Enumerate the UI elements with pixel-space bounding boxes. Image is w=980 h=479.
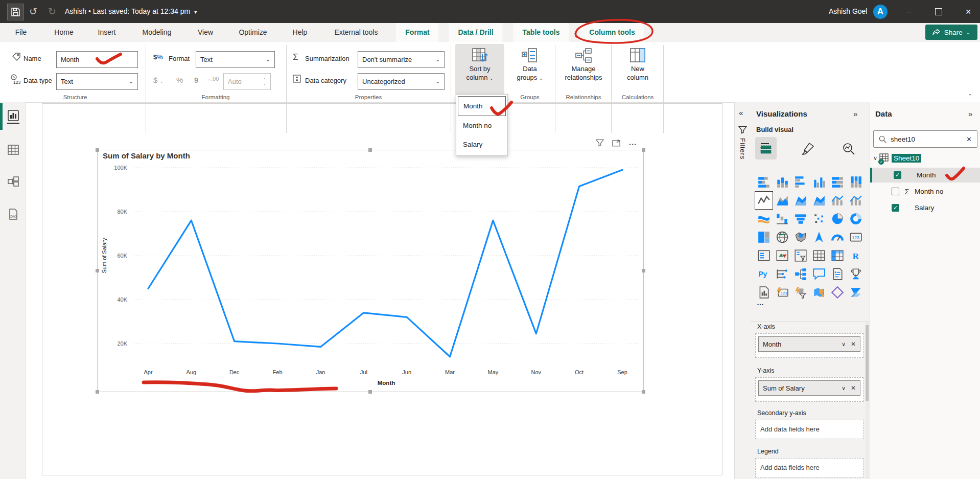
- visual-type-decomposition-tree-icon[interactable]: [791, 265, 810, 283]
- summarization-select[interactable]: Don't summarize ⌄: [358, 51, 445, 68]
- resize-handle[interactable]: [642, 269, 645, 272]
- resize-handle[interactable]: [368, 390, 372, 394]
- name-input[interactable]: Month: [56, 51, 138, 68]
- visual-type-treemap-icon[interactable]: [755, 228, 773, 246]
- avatar[interactable]: A: [873, 5, 888, 19]
- thousands-separator-button[interactable]: 9: [194, 76, 198, 84]
- visual-type-waterfall-chart-icon[interactable]: [773, 210, 791, 228]
- collapse-data-panel-icon[interactable]: »: [968, 109, 972, 118]
- remove-field-icon[interactable]: ✕: [851, 340, 856, 348]
- sidebar-item-dax-query-view[interactable]: DAX: [7, 208, 19, 220]
- resize-handle[interactable]: [642, 148, 645, 152]
- visual-type-matrix-icon[interactable]: [828, 246, 847, 265]
- visual-type-funnel-chart-icon[interactable]: [791, 210, 810, 228]
- visual-type-power-apps-visual-icon[interactable]: [828, 283, 847, 302]
- filters-pane-label[interactable]: Filters: [739, 138, 746, 159]
- maximize-button[interactable]: [927, 0, 950, 23]
- percent-button[interactable]: %: [176, 76, 183, 84]
- chevron-down-icon[interactable]: ∨: [842, 385, 846, 392]
- visual-type-slicer-icon[interactable]: [791, 246, 810, 265]
- sort-dropdown-item-month-no[interactable]: Month no: [456, 116, 507, 135]
- well-x-axis[interactable]: Month∨✕: [755, 333, 864, 358]
- well-y-axis[interactable]: Sum of Salary∨✕: [755, 377, 864, 402]
- data-field-month-no[interactable]: ΣMonth no: [870, 184, 980, 199]
- sidebar-item-table-view[interactable]: [7, 144, 19, 156]
- menu-tab-external-tools[interactable]: External tools: [335, 23, 378, 42]
- visual-type-kpi-icon[interactable]: [773, 246, 791, 265]
- save-button[interactable]: [7, 4, 24, 20]
- tree-chevron-icon[interactable]: ∨: [873, 155, 877, 162]
- visual-type-ribbon-chart-icon[interactable]: [755, 210, 773, 228]
- visual-type-qa-visual-icon[interactable]: [810, 265, 828, 283]
- more-visuals-icon[interactable]: …: [757, 299, 765, 307]
- visual-type-100-stacked-column-chart-icon[interactable]: [847, 173, 865, 191]
- well-secondary-y-axis[interactable]: Add data fields here: [755, 420, 864, 439]
- visual-type-card-icon[interactable]: 123: [847, 228, 865, 246]
- visual-type-stacked-column-chart-icon[interactable]: [773, 173, 791, 191]
- field-pill-sum-of-salary[interactable]: Sum of Salary∨✕: [758, 380, 860, 396]
- visual-type-area-chart-icon[interactable]: [773, 191, 791, 210]
- visual-type-multi-row-card-icon[interactable]: [755, 246, 773, 265]
- visual-type-r-script-visual-icon[interactable]: R: [847, 246, 865, 265]
- decimal-places-button[interactable]: →.00: [205, 76, 219, 82]
- document-save-status[interactable]: Ashish • Last saved: Today at 12:34 pm▾: [65, 0, 197, 23]
- resize-handle[interactable]: [96, 269, 99, 272]
- field-checkbox-salary[interactable]: ✓: [892, 204, 899, 212]
- sort-by-column-button[interactable]: Sort by column ⌄: [455, 44, 504, 95]
- remove-field-icon[interactable]: ✕: [851, 384, 856, 392]
- menu-tab-file[interactable]: File: [15, 23, 27, 42]
- data-search-input[interactable]: sheet10 ✕: [873, 130, 977, 148]
- table-tree-item-sheet10[interactable]: ∨ ✓ Sheet10: [873, 153, 921, 163]
- visual-type-metrics-icon[interactable]: [847, 265, 865, 283]
- spinner-steppers[interactable]: ⌃⌄: [263, 78, 266, 85]
- visual-type-stacked-bar-chart-icon[interactable]: [755, 173, 773, 191]
- menu-tab-column-tools[interactable]: Column tools: [580, 23, 644, 42]
- sidebar-item-model-view[interactable]: [7, 175, 19, 188]
- visual-type-gauge-icon[interactable]: [828, 228, 847, 246]
- share-button[interactable]: Share ⌄: [925, 25, 977, 40]
- chevron-down-icon[interactable]: ∨: [842, 341, 846, 348]
- well-legend[interactable]: Add data fields here: [755, 458, 864, 477]
- visual-type-azure-map-icon[interactable]: [810, 228, 828, 246]
- datatype-select[interactable]: Text ⌄: [56, 73, 138, 90]
- visual-type-line-chart-icon[interactable]: [755, 191, 773, 210]
- visual-type-line-and-stacked-column-chart-icon[interactable]: [828, 191, 847, 210]
- data-category-select[interactable]: Uncategorized ⌄: [358, 73, 445, 90]
- visual-type-pie-chart-icon[interactable]: [828, 210, 847, 228]
- resize-handle[interactable]: [368, 148, 372, 152]
- visual-type-arcgis-map-icon[interactable]: [810, 283, 828, 302]
- clear-search-icon[interactable]: ✕: [966, 135, 972, 143]
- visual-type-line-and-clustered-column-chart-icon[interactable]: [847, 191, 865, 210]
- menu-tab-table-tools[interactable]: Table tools: [514, 23, 569, 42]
- visual-type-filled-map-icon[interactable]: [791, 228, 810, 246]
- undo-icon[interactable]: ↺: [29, 0, 37, 23]
- visual-type-100-stacked-area-chart-icon[interactable]: [810, 191, 828, 210]
- data-field-salary[interactable]: ✓Salary: [870, 200, 980, 215]
- field-checkbox-month[interactable]: ✓: [894, 171, 901, 179]
- resize-handle[interactable]: [96, 390, 99, 394]
- currency-button[interactable]: $ ⌄: [153, 76, 164, 84]
- field-pill-month[interactable]: Month∨✕: [758, 336, 860, 352]
- visual-type-stacked-area-chart-icon[interactable]: [791, 191, 810, 210]
- visual-type-donut-chart-icon[interactable]: [847, 210, 865, 228]
- visual-type-quick-create-slicer-icon[interactable]: [791, 283, 810, 302]
- visual-type-power-automate-visual-icon[interactable]: [847, 283, 865, 302]
- line-chart-visual[interactable]: … Sum of Salary by Month 20K40K60K80K100…: [97, 150, 644, 392]
- scrollbar-thumb[interactable]: [866, 325, 869, 401]
- visual-type-python-visual-icon[interactable]: Py: [755, 265, 773, 283]
- tab-build-visual[interactable]: [755, 137, 777, 159]
- data-field-month[interactable]: ✓Month: [870, 168, 980, 183]
- visual-type-table-icon[interactable]: [810, 246, 828, 265]
- focus-mode-icon[interactable]: [612, 139, 620, 147]
- redo-icon[interactable]: ↻: [48, 0, 56, 23]
- collapse-ribbon-icon[interactable]: ⌃: [968, 93, 972, 100]
- menu-tab-view[interactable]: View: [198, 23, 213, 42]
- visualizations-scrollbar[interactable]: [866, 322, 869, 479]
- minimize-button[interactable]: ─: [897, 0, 921, 23]
- sort-dropdown-item-month[interactable]: Month: [458, 96, 506, 116]
- visual-type-100-stacked-bar-chart-icon[interactable]: [828, 173, 847, 191]
- menu-tab-format[interactable]: Format: [396, 23, 438, 42]
- menu-tab-home[interactable]: Home: [54, 23, 73, 42]
- visual-type-clustered-bar-chart-icon[interactable]: [791, 173, 810, 191]
- visual-type-map-icon[interactable]: [773, 228, 791, 246]
